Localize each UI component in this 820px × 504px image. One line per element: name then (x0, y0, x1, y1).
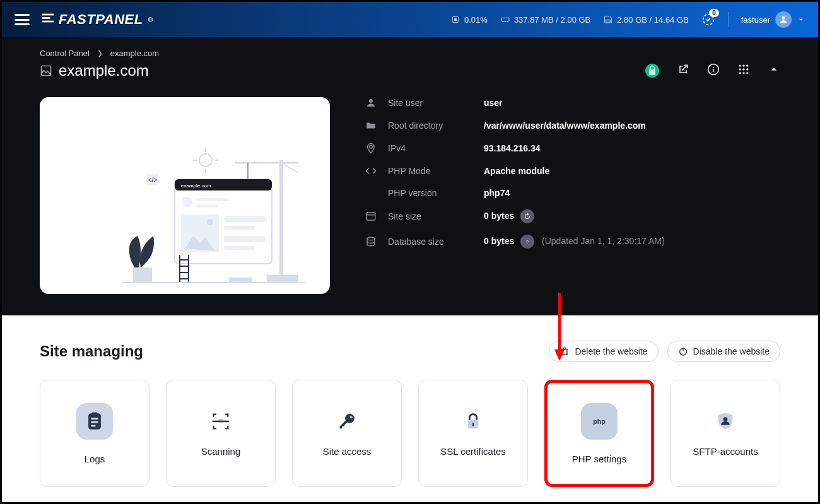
info-button[interactable] (707, 63, 720, 78)
svg-point-11 (713, 67, 714, 68)
card-label: SSL certificates (440, 446, 506, 457)
site-info-table: Site user user Root directory /var/www/u… (365, 97, 665, 249)
svg-rect-22 (133, 267, 152, 283)
user-icon (365, 97, 377, 108)
menu-toggle-button[interactable] (15, 14, 30, 25)
card-logs[interactable]: Logs (40, 380, 149, 487)
svg-rect-5 (501, 18, 509, 21)
disk-value: 2.80 GB / 14.64 GB (617, 15, 688, 25)
svg-point-78 (723, 417, 728, 421)
svg-rect-74 (343, 424, 344, 426)
svg-text:</>: </> (148, 177, 158, 184)
site-managing-section: Site managing Delete the website Disable… (2, 315, 818, 504)
site-preview[interactable]: </> example.com (40, 97, 330, 294)
logo-mark-icon (41, 11, 55, 28)
svg-rect-43 (224, 226, 255, 230)
ram-stat[interactable]: 337.87 MB / 2.00 GB (500, 15, 590, 25)
svg-text:php: php (593, 417, 606, 425)
apps-grid-button[interactable] (737, 63, 750, 78)
root-dir-label: Root directory (388, 120, 476, 131)
image-icon (40, 64, 52, 77)
notifications-button[interactable]: 0 (701, 13, 715, 26)
svg-point-16 (739, 68, 741, 70)
svg-rect-0 (42, 13, 54, 15)
card-ssl[interactable]: SSL certificates (418, 380, 528, 487)
cpu-stat[interactable]: 0.01% (450, 15, 488, 25)
svg-rect-39 (196, 204, 218, 208)
svg-point-13 (739, 65, 741, 67)
card-site-access[interactable]: Site access (292, 380, 402, 487)
svg-point-19 (739, 72, 741, 74)
svg-rect-2 (42, 20, 54, 22)
refresh-site-size-button[interactable] (520, 209, 534, 223)
site-user-value: user (484, 98, 665, 108)
db-updated-text: (Updated Jan 1, 1, 2:30:17 AM) (542, 236, 665, 246)
page-title: example.com (40, 62, 149, 79)
svg-rect-9 (42, 66, 51, 76)
logs-icon (76, 403, 113, 440)
username-label: fastuser (741, 15, 770, 25)
code-icon (365, 165, 377, 177)
key-icon (336, 411, 358, 432)
ssl-status-badge[interactable] (645, 64, 659, 78)
site-user-label: Site user (388, 98, 476, 108)
db-size-help-button[interactable]: ? (520, 235, 534, 249)
svg-point-56 (370, 146, 373, 149)
breadcrumb: Control Panel ❯ example.com (40, 49, 780, 58)
site-size-label: Site size (388, 211, 476, 221)
card-php-settings[interactable]: php PHP settings (544, 380, 654, 487)
breadcrumb-site[interactable]: example.com (110, 49, 159, 58)
svg-point-8 (782, 16, 785, 20)
cpu-value: 0.01% (464, 15, 488, 25)
svg-rect-53 (267, 275, 298, 283)
svg-rect-44 (224, 236, 266, 242)
folder-icon (365, 120, 377, 131)
svg-point-21 (746, 72, 748, 74)
svg-rect-38 (196, 198, 228, 201)
card-label: SFTP-accounts (693, 446, 758, 457)
divider (728, 12, 729, 27)
card-scanning[interactable]: Scanning (166, 380, 276, 487)
svg-text:?: ? (526, 240, 529, 244)
lock-icon (462, 411, 484, 432)
svg-rect-57 (366, 213, 375, 220)
user-menu[interactable]: fastuser (741, 11, 805, 28)
svg-rect-66 (91, 425, 95, 426)
brand-logo[interactable]: FASTPANEL® (41, 11, 153, 28)
ipv4-value: 93.184.216.34 (484, 143, 665, 153)
disk-stat[interactable]: 2.80 GB / 14.64 GB (603, 15, 688, 25)
php-icon: php (581, 403, 618, 440)
card-label: PHP settings (572, 454, 626, 464)
svg-rect-67 (92, 412, 98, 414)
brand-name: FASTPANEL (59, 11, 143, 28)
svg-point-14 (742, 65, 744, 67)
location-icon (365, 143, 377, 154)
svg-rect-76 (472, 423, 474, 426)
breadcrumb-root[interactable]: Control Panel (40, 49, 90, 58)
root-dir-value: /var/www/user/data/www/example.com (484, 120, 665, 131)
svg-rect-6 (606, 20, 611, 22)
database-icon (365, 236, 377, 247)
svg-rect-64 (91, 418, 98, 419)
card-sftp[interactable]: SFTP-accounts (671, 380, 780, 487)
svg-rect-54 (229, 278, 252, 283)
php-mode-label: PHP Mode (388, 166, 476, 176)
svg-point-71 (350, 416, 353, 418)
disable-website-button[interactable]: Disable the website (667, 341, 780, 362)
svg-point-59 (367, 237, 375, 240)
svg-point-18 (746, 68, 748, 70)
site-header-section: Control Panel ❯ example.com example.com (2, 37, 818, 315)
delete-website-button[interactable]: Delete the website (549, 341, 658, 362)
php-version-label: PHP version (388, 188, 476, 198)
managing-heading: Site managing (40, 343, 143, 360)
notif-badge: 0 (709, 9, 719, 17)
topbar: FASTPANEL® 0.01% 337.87 MB / 2.00 GB 2.8… (2, 2, 818, 37)
svg-rect-45 (224, 246, 255, 250)
svg-point-55 (369, 99, 373, 103)
collapse-button[interactable] (768, 63, 780, 78)
svg-rect-4 (454, 18, 457, 21)
open-link-button[interactable] (677, 63, 689, 78)
scanning-icon (210, 411, 231, 432)
card-label: Scanning (201, 446, 241, 457)
site-size-value: 0 bytes (484, 211, 514, 221)
